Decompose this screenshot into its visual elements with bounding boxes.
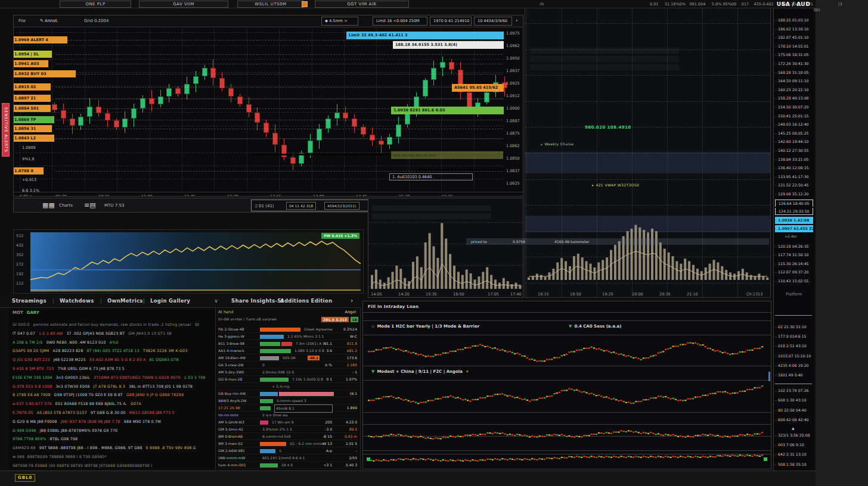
top-tab-icon[interactable]: [302, 1, 308, 7]
ladder-row[interactable]: –158.28 48:13:08: [775, 95, 813, 102]
news-row[interactable]: A 208 b 7M 2/50W0 RE80 .N00 .4M 8123 010…: [13, 338, 214, 347]
price-alert-tag-10[interactable]: 1.0843 L2: [13, 135, 54, 142]
ladder-row[interactable]: –80 22:58 04:40: [775, 407, 813, 414]
news-row[interactable]: GI 0X0:0pennies estimate and falcon buy …: [13, 320, 214, 329]
ladder-row[interactable]: –136.40 12:08:15: [775, 164, 813, 172]
price-alert-tag-3[interactable]: 1.0941 A03: [13, 60, 48, 67]
top-chip-4[interactable]: 5.0% 95%00: [712, 1, 736, 7]
price-alert-tag-5[interactable]: 1.0915 02: [13, 83, 51, 91]
ladder-row[interactable]: –150.41 25:01:15: [775, 113, 813, 120]
ladder-row[interactable]: –608 42:08 42:40: [775, 416, 813, 423]
ladder-row[interactable]: –131.52 22:50:45: [775, 182, 813, 189]
tab-login-gallery[interactable]: Login Gallery: [150, 298, 190, 304]
ladder-row[interactable]: –1.0936 1.42:98: [775, 217, 813, 224]
ladder-row[interactable]: –323/1 3:56 25:08: [775, 432, 813, 439]
ladder-row[interactable]: –1601 49 0:40: [775, 372, 813, 379]
gauge-row[interactable]: He 3-ggress-W1.2 65% Minns 3 1 1W-C: [218, 333, 358, 340]
top-tab-3[interactable]: WSLIL UTS0M: [237, 1, 304, 8]
ladder-row[interactable]: –1.0907 42.455 Z2a: [775, 225, 813, 232]
gauge-row[interactable]: AM 5-Dry-3W02.0mins-0dB 15 0- 1: [218, 369, 358, 376]
status-chip[interactable]: GBL0: [15, 474, 35, 482]
ladder-row[interactable]: –117.74 31:58:10: [775, 251, 813, 258]
gauge-row[interactable]: AA1 4-mwreck1.085 3.10 V 0 83.6A81.2: [218, 347, 358, 354]
ladder-row[interactable]: –175.06 18:31:05: [775, 51, 813, 58]
top-chip-2[interactable]: 31.18%0%: [665, 1, 686, 7]
charts-label[interactable]: Charts: [59, 203, 73, 208]
tab-streamings[interactable]: Streamings: [12, 298, 46, 304]
alert-ribbon[interactable]: SENSITIVE ALERTS: [2, 103, 10, 157]
price-alert-tag-11[interactable]: 1.0788 X: [13, 167, 44, 175]
boxed-note-tag[interactable]: 1. Au010103 0.4640: [389, 173, 473, 180]
doc-icon[interactable]: ▯ 01 (41): [255, 204, 274, 208]
order-tag-3[interactable]: A5641 05.65 415/62: [452, 84, 504, 92]
ladder-row[interactable]: –129.08 35:12:20: [775, 191, 813, 198]
chart-gear-button[interactable]: ◆ 4.5mm >: [321, 17, 358, 26]
ladder-row[interactable]: –1015.07 15:10:10: [775, 353, 813, 360]
gauge-row[interactable]: GM 2-A6W-9811.A-p-: [218, 447, 358, 454]
top-chip-3[interactable]: 991.004: [689, 1, 705, 7]
gauge-row[interactable]: GM 5-Dmn-423.9%mm 2% 1 5-3 089.5: [218, 426, 358, 433]
ladder-row[interactable]: –102 23:78 07:26: [775, 387, 813, 394]
top-chip-1[interactable]: 0.01: [650, 1, 658, 7]
ladder-row[interactable]: –133.95 41:17:30: [775, 173, 813, 180]
news-row[interactable]: 98T998 F8 E9888 (99 888T8 98T99 I89T98 J…: [13, 461, 214, 470]
top-chip-5[interactable]: 017: [742, 1, 749, 7]
news-row[interactable]: G3AP5 09 20 5JM4A28 80223 8288T (84) G05…: [13, 346, 214, 355]
limit-order-button[interactable]: Limit 16 <0.004 250M: [373, 17, 427, 26]
ladder-row[interactable]: –138.84 33:21:05: [775, 156, 813, 163]
ladder-row[interactable]: –018 2:51 43:10: [775, 342, 813, 350]
ladder-row[interactable]: –003 7:06 9:10: [775, 441, 813, 448]
ladder-row[interactable]: –160.23 20:22:10: [775, 86, 813, 94]
gauge-row[interactable]: rm-nn-mmr2 q-n 5mw wa: [218, 412, 358, 419]
header-chevron-icon[interactable]: ›: [516, 17, 518, 23]
list-view-icon[interactable]: ≡▤: [84, 201, 96, 210]
gauge-row[interactable]: AM 5-DmN-W317 Wn-am 92054.23 0: [218, 419, 358, 426]
ladder-row[interactable]: –112.87 09:37:20: [775, 269, 813, 276]
grid-view-icon[interactable]: ▦▦: [42, 201, 55, 210]
ladder-row[interactable]: –115.30 26:14:45: [775, 260, 813, 267]
ladder-row[interactable]: –140.12 27:30:55: [775, 147, 813, 154]
tabrow-chevron-icon[interactable]: ›: [351, 297, 353, 304]
ladder-row[interactable]: –148.03 16:12:40: [775, 121, 813, 128]
gauge-row[interactable]: 17:21 25.9B45mW 8.11.899: [218, 404, 358, 412]
range-button[interactable]: 10 4434/3/9/60: [474, 17, 512, 26]
news-row[interactable]: E1SE E7M 339 10043n3 G9003 23biL3T18M4 8…: [13, 373, 214, 382]
news-row[interactable]: w 988 .888T8G99 T88888 9888 I 8 T99 G898…: [13, 452, 214, 461]
ladder-row[interactable]: –02 21:30 31:10: [775, 323, 813, 331]
spark-scrollbar-thumb[interactable]: [768, 372, 770, 381]
order-tag-1[interactable]: Limit 32 49.3-402 41.411 3: [346, 32, 504, 39]
gauge-row[interactable]: GB Buy-rim-4W(B.1: [218, 390, 358, 397]
gauge-row[interactable]: (AW-mmm-mW601.2XY 2/mm0 9-6 4 12/55: [218, 454, 358, 462]
gauge-row[interactable]: AM 19-Blen-4W505 OK-88.1173.6: [218, 354, 358, 362]
news-row[interactable]: G8M8Z9-8899T 9888 -889T98 J88 - I 898 . …: [13, 443, 214, 452]
toolbar-mini-button-1[interactable]: 04 11 42 318: [286, 202, 316, 210]
price-alert-tag-2[interactable]: 1.0954 | SL: [13, 51, 52, 58]
top-tab-1[interactable]: ONE PLP: [60, 1, 131, 8]
gauge-row[interactable]: 9M 3-mwn-02Q1 - 6.2 mm mmm-W 132.01 5: [218, 440, 358, 447]
ladder-row[interactable]: –182.87 45:01:10: [775, 34, 813, 41]
tab-additions-edition[interactable]: Additions Edition: [280, 298, 332, 304]
price-alert-tag-8[interactable]: 1.0869 TP: [13, 116, 54, 123]
price-alert-tag-1[interactable]: 1.0969 ALERT 4: [13, 36, 67, 43]
file-menu[interactable]: File: [18, 18, 26, 23]
tab-watchdows[interactable]: Watchdows: [60, 298, 94, 304]
volume-histogram-panel[interactable]: [368, 198, 523, 298]
news-row[interactable]: G 0T8 E53 9.8 10083n3 07W30 E008J7 A78 G…: [13, 382, 214, 391]
news-row[interactable]: G G29 8 M8 J88 F0008J98/ 837 878 (838 98…: [13, 417, 214, 426]
order-tag-4[interactable]: 1.0938 8291 891.6 0.03: [391, 107, 504, 114]
toolbar-mini-button-2[interactable]: 4594/123(2011): [324, 202, 359, 210]
top-chip-9[interactable]: (3: [838, 1, 842, 7]
ladder-row[interactable]: –110.43 15:02:55: [775, 278, 813, 285]
ladder-row[interactable]: –120.18 04:26:35: [775, 243, 813, 250]
price-alert-tag-7[interactable]: 1.0884 S01: [13, 105, 51, 112]
annotate-icon[interactable]: ✎ Annot.: [40, 18, 58, 23]
news-row[interactable]: E.7NT8-0SA5.(853 5T8 A7873 G1579T G88 G.…: [13, 408, 214, 417]
ladder-row[interactable]: –124.21 29:33:50: [775, 208, 813, 215]
tab-ownmetrics[interactable]: OwnMetrics: [107, 298, 143, 304]
price-alert-tag-9[interactable]: 1.0856 31: [13, 125, 52, 132]
position-button[interactable]: 1970 0-41 214910: [430, 17, 472, 26]
top-chip-6[interactable]: 435-0.402: [754, 1, 773, 7]
tab-share-insights[interactable]: Share Insights-St: [231, 298, 284, 304]
news-row[interactable]: 9T88.7T98 8E9%8T8L G98 798: [13, 434, 214, 443]
ladder-row[interactable]: –164.50 09:11:10: [775, 77, 813, 85]
